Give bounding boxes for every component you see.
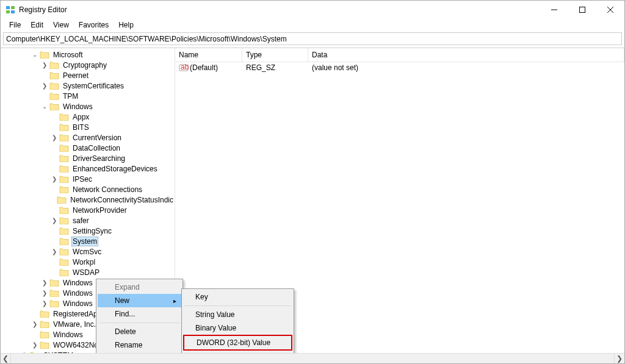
tree-label: Peernet (62, 71, 90, 80)
tree-label: Appx (71, 113, 90, 121)
maximize-button[interactable] (568, 1, 596, 19)
tree-label: EnhancedStorageDevices (71, 165, 159, 173)
tree-label: DataCollection (71, 144, 121, 152)
menu-help[interactable]: Help (114, 20, 139, 30)
column-name[interactable]: Name (175, 48, 242, 62)
column-type[interactable]: Type (242, 48, 308, 62)
folder-icon (59, 258, 69, 266)
scroll-right-button[interactable]: ❯ (614, 354, 624, 363)
tree-item-workpl[interactable]: ❯Workpl (1, 257, 175, 267)
tree-label: WcmSvc (71, 248, 103, 256)
new-submenu[interactable]: KeyString ValueBinary ValueDWORD (32-bit… (181, 288, 294, 353)
list-header: Name Type Data (175, 48, 624, 62)
tree-item-peernet[interactable]: ❯Peernet (1, 70, 175, 80)
tree-item-network-connections[interactable]: ❯Network Connections (1, 184, 175, 194)
folder-icon (59, 175, 69, 184)
menu-item-find-[interactable]: Find... (98, 307, 181, 321)
menu-bar: FileEditViewFavoritesHelp (1, 19, 624, 31)
expand-icon[interactable]: ❯ (40, 290, 49, 296)
folder-icon (59, 144, 69, 152)
close-button[interactable] (596, 1, 624, 19)
menu-item-new[interactable]: New▸ (98, 294, 181, 307)
folder-icon (59, 268, 69, 277)
menu-item-dword-32-bit-value[interactable]: DWORD (32-bit) Value (184, 336, 291, 349)
folder-icon (49, 82, 59, 90)
tree-label: VMware, Inc. (52, 320, 97, 329)
menu-item-string-value[interactable]: String Value (183, 308, 292, 321)
expand-icon[interactable]: ❯ (40, 82, 49, 89)
tree-item-tpm[interactable]: ❯TPM (1, 91, 175, 101)
window-title: Registry Editor (19, 5, 540, 14)
tree-label: Windows (62, 289, 94, 298)
address-bar[interactable]: Computer\HKEY_LOCAL_MACHINE\SOFTWARE\Pol… (3, 32, 622, 45)
menu-item-delete[interactable]: Delete (98, 325, 181, 338)
expand-icon[interactable]: ❯ (40, 300, 49, 307)
tree-label: Microsoft (52, 51, 84, 59)
tree-item-settingsync[interactable]: ❯SettingSync (1, 226, 175, 236)
tree-item-systemcertificates[interactable]: ❯SystemCertificates (1, 80, 175, 91)
expand-icon[interactable]: ⌄ (30, 51, 40, 58)
menu-view[interactable]: View (48, 20, 74, 30)
horizontal-scrollbar[interactable]: ❮ ❯ (1, 353, 624, 363)
expand-icon[interactable]: ❯ (30, 321, 40, 327)
tree-label: WSDAP (71, 268, 101, 277)
title-bar: Registry Editor (1, 1, 624, 19)
svg-rect-2 (6, 10, 10, 13)
expand-icon[interactable]: ⌄ (40, 103, 49, 110)
tree-label: NetworkConnectivityStatusIndic (69, 196, 175, 204)
folder-icon (59, 248, 69, 256)
folder-icon (49, 92, 59, 101)
expand-icon[interactable]: ❯ (49, 217, 59, 224)
tree-item-wcmsvc[interactable]: ❯WcmSvc (1, 246, 175, 257)
tree-item-datacollection[interactable]: ❯DataCollection (1, 143, 175, 153)
menu-item-key[interactable]: Key (183, 290, 292, 304)
string-value-icon: ab (179, 63, 189, 73)
tree-item-currentversion[interactable]: ❯CurrentVersion (1, 132, 175, 143)
tree-item-cryptography[interactable]: ❯Cryptography (1, 60, 175, 70)
expand-icon[interactable]: ❯ (49, 248, 59, 255)
expand-icon[interactable]: ❯ (40, 279, 49, 286)
svg-rect-3 (11, 10, 15, 13)
tree-item-networkprovider[interactable]: ❯NetworkProvider (1, 205, 175, 215)
tree-item-wsdap[interactable]: ❯WSDAP (1, 267, 175, 277)
submenu-arrow-icon: ▸ (173, 298, 176, 304)
tree-item-appx[interactable]: ❯Appx (1, 112, 175, 122)
svg-rect-1 (11, 6, 15, 9)
menu-edit[interactable]: Edit (26, 20, 48, 30)
tree-item-enhancedstoragedevices[interactable]: ❯EnhancedStorageDevices (1, 163, 175, 174)
tree-item-system[interactable]: ❯System (1, 236, 175, 246)
tree-item-microsoft[interactable]: ⌄Microsoft (1, 49, 175, 60)
tree-label: Network Connections (71, 185, 143, 194)
tree-item-bits[interactable]: ❯BITS (1, 122, 175, 132)
column-data[interactable]: Data (308, 48, 624, 62)
tree-label: CurrentVersion (71, 134, 123, 142)
folder-icon (49, 279, 59, 287)
folder-icon (49, 61, 59, 70)
folder-icon (59, 165, 69, 173)
menu-separator (184, 305, 291, 306)
menu-favorites[interactable]: Favorites (74, 20, 114, 30)
menu-item-qword-64-bit-value[interactable]: QWORD (64-bit) Value (183, 351, 292, 353)
menu-item-rename[interactable]: Rename (98, 338, 181, 352)
scroll-left-button[interactable]: ❮ (1, 354, 11, 363)
expand-icon[interactable]: ❯ (49, 134, 59, 141)
menu-item-binary-value[interactable]: Binary Value (183, 321, 292, 335)
folder-icon (49, 289, 59, 298)
tree-item-driversearching[interactable]: ❯DriverSearching (1, 153, 175, 163)
expand-icon[interactable]: ❯ (40, 62, 49, 68)
folder-icon (59, 134, 69, 142)
value-row[interactable]: ab(Default)REG_SZ(value not set) (175, 62, 624, 73)
folder-icon (40, 310, 49, 318)
tree-item-windows[interactable]: ⌄Windows (1, 101, 175, 112)
app-icon (5, 5, 15, 15)
expand-icon[interactable]: ❯ (30, 341, 40, 348)
expand-icon[interactable]: ❯ (20, 352, 30, 353)
tree-item-safer[interactable]: ❯safer (1, 215, 175, 226)
folder-icon (30, 351, 40, 354)
context-menu[interactable]: ExpandNew▸Find...DeleteRenameExportPermi… (96, 279, 183, 353)
minimize-button[interactable] (540, 1, 568, 19)
tree-item-ipsec[interactable]: ❯IPSec (1, 174, 175, 184)
menu-file[interactable]: File (4, 20, 26, 30)
expand-icon[interactable]: ❯ (49, 176, 59, 182)
tree-item-networkconnectivitystatusindic[interactable]: ❯NetworkConnectivityStatusIndic (1, 194, 175, 205)
